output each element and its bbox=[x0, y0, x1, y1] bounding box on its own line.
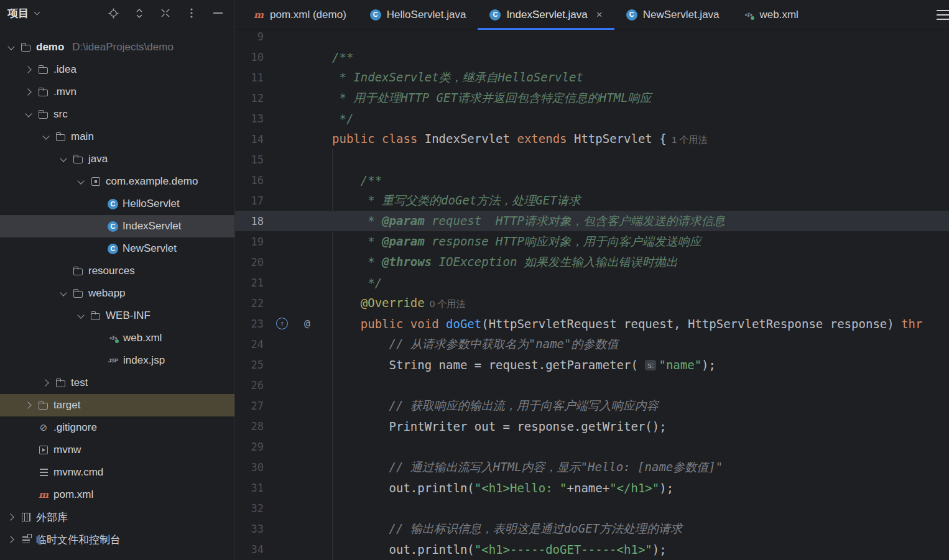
line-number[interactable]: 26 bbox=[235, 379, 264, 392]
tree-item-webapp[interactable]: webapp bbox=[0, 282, 234, 305]
tree-item-java[interactable]: java bbox=[0, 148, 234, 170]
line-number[interactable]: 19 bbox=[235, 236, 264, 248]
tab-web-xml[interactable]: web.xml bbox=[731, 0, 810, 29]
line-number[interactable]: 27 bbox=[235, 400, 264, 412]
line-number[interactable]: 10 bbox=[235, 51, 264, 63]
tree-item-web-inf[interactable]: WEB-INF bbox=[0, 305, 234, 327]
line-number[interactable]: 32 bbox=[235, 502, 264, 515]
tab-newservlet-java[interactable]: NewServlet.java bbox=[614, 0, 731, 29]
chevron-down-icon[interactable] bbox=[24, 109, 34, 119]
line-number[interactable]: 28 bbox=[235, 420, 264, 433]
project-panel-title[interactable]: 项目 bbox=[7, 6, 29, 21]
tree-item-web-xml[interactable]: web.xml bbox=[0, 327, 234, 349]
project-tree: demoD:\ideaProjects\demo.idea.mvnsrcmain… bbox=[0, 26, 234, 560]
tree-item-label: IndexServlet bbox=[123, 220, 182, 232]
close-icon[interactable]: × bbox=[596, 9, 603, 20]
code-line-33: 33 // 输出标识信息，表明这是通过doGET方法处理的请求 bbox=[235, 518, 949, 539]
code-line-21: 21 */ bbox=[235, 272, 949, 293]
hide-panel-icon[interactable] bbox=[212, 7, 223, 19]
code-text: */ bbox=[332, 112, 353, 126]
line-number[interactable]: 20 bbox=[235, 256, 264, 269]
line-number[interactable]: 29 bbox=[235, 441, 264, 453]
line-number[interactable]: 34 bbox=[235, 543, 264, 556]
code-line-13: 13 */ bbox=[235, 108, 949, 129]
annotation-icon[interactable]: @ bbox=[304, 318, 310, 329]
chevron-down-icon[interactable] bbox=[34, 9, 41, 17]
override-method-icon[interactable]: ↑ bbox=[276, 318, 288, 329]
line-number[interactable]: 18 bbox=[235, 215, 264, 227]
code-text: // 通过输出流写入HTML内容，显示"Hello: [name参数值]" bbox=[332, 459, 723, 475]
tab-indexservlet-java[interactable]: IndexServlet.java× bbox=[478, 0, 614, 29]
line-number[interactable]: 23 bbox=[235, 318, 264, 330]
tree-item-label: target bbox=[53, 399, 80, 411]
chevron-right-icon[interactable] bbox=[6, 535, 16, 544]
tree-item-idea[interactable]: .idea bbox=[0, 58, 234, 81]
line-number[interactable]: 14 bbox=[235, 133, 264, 145]
line-number[interactable]: 33 bbox=[235, 523, 264, 535]
tree-item-indexservlet[interactable]: IndexServlet bbox=[0, 215, 234, 237]
chevron-down-icon[interactable] bbox=[41, 132, 51, 142]
tab-pom-xml[interactable]: pom.xml (demo) bbox=[241, 0, 358, 29]
code-token: PrintWriter out = response.getWriter(); bbox=[332, 420, 667, 433]
line-number[interactable]: 12 bbox=[235, 92, 264, 104]
chevron-right-icon[interactable] bbox=[24, 87, 34, 97]
code-text: public void doGet(HttpServletRequest req… bbox=[332, 317, 922, 331]
jsp-icon bbox=[108, 355, 119, 366]
chevron-down-icon[interactable] bbox=[76, 177, 86, 186]
tree-item-external-libraries[interactable]: 外部库 bbox=[0, 506, 234, 528]
tree-item-main[interactable]: main bbox=[0, 126, 234, 148]
chevron-right-icon[interactable] bbox=[24, 65, 34, 75]
line-number[interactable]: 30 bbox=[235, 461, 264, 474]
code-text: * IndexServlet类，继承自HelloServlet bbox=[332, 70, 583, 86]
tree-item-mvnw-cmd[interactable]: mvnw.cmd bbox=[0, 461, 234, 484]
line-number[interactable]: 31 bbox=[235, 482, 264, 494]
locate-icon[interactable] bbox=[108, 7, 119, 19]
code-editor[interactable]: 910/**11 * IndexServlet类，继承自HelloServlet… bbox=[235, 30, 949, 560]
collapse-all-icon[interactable] bbox=[160, 7, 171, 19]
tree-item-demo[interactable]: demoD:\ideaProjects\demo bbox=[0, 36, 234, 58]
chevron-right-icon[interactable] bbox=[24, 400, 34, 410]
code-token: // 从请求参数中获取名为"name"的参数值 bbox=[332, 337, 618, 351]
code-line-18: 18 * @param request HTTP请求对象，包含客户端发送的请求信… bbox=[235, 211, 949, 231]
editor-menu-icon[interactable] bbox=[937, 10, 949, 20]
chevron-down-icon[interactable] bbox=[58, 288, 68, 298]
line-number[interactable]: 17 bbox=[235, 195, 264, 207]
expand-all-icon[interactable] bbox=[134, 7, 145, 19]
tree-item-gitignore[interactable]: .gitignore bbox=[0, 416, 234, 439]
line-number[interactable]: 22 bbox=[235, 297, 264, 310]
line-number[interactable]: 11 bbox=[235, 71, 264, 84]
more-icon[interactable] bbox=[186, 7, 197, 19]
tree-item-mvn[interactable]: .mvn bbox=[0, 81, 234, 103]
tree-item-resources[interactable]: resources bbox=[0, 260, 234, 282]
line-number[interactable]: 13 bbox=[235, 112, 264, 125]
chevron-down-icon[interactable] bbox=[6, 42, 16, 52]
tree-item-mvnw[interactable]: mvnw bbox=[0, 439, 234, 461]
chevron-down-icon[interactable] bbox=[76, 311, 86, 321]
tree-item-com-example-demo[interactable]: com.example.demo bbox=[0, 170, 234, 193]
tree-item-target[interactable]: target bbox=[0, 394, 234, 416]
line-number[interactable]: 25 bbox=[235, 359, 264, 371]
line-number[interactable]: 9 bbox=[235, 30, 264, 43]
tree-item-test[interactable]: test bbox=[0, 372, 234, 394]
chevron-right-icon[interactable] bbox=[41, 378, 51, 388]
line-number[interactable]: 16 bbox=[235, 174, 264, 186]
tree-item-index-jsp[interactable]: index.jsp bbox=[0, 349, 234, 372]
folder-icon bbox=[38, 400, 49, 411]
code-token: 1 个用法 bbox=[667, 134, 708, 145]
code-text: String name = request.getParameter( s:"n… bbox=[332, 358, 716, 372]
tab-helloservlet-java[interactable]: HelloServlet.java bbox=[358, 0, 478, 29]
tree-item-newservlet[interactable]: NewServlet bbox=[0, 237, 234, 260]
chevron-down-icon[interactable] bbox=[58, 154, 68, 164]
tree-item-label: com.example.demo bbox=[106, 175, 198, 188]
tree-item-label: resources bbox=[88, 265, 135, 277]
tree-item-pom-xml[interactable]: pom.xml bbox=[0, 484, 234, 506]
line-number[interactable]: 21 bbox=[235, 277, 264, 289]
tree-item-helloservlet[interactable]: HelloServlet bbox=[0, 193, 234, 215]
tree-item-src[interactable]: src bbox=[0, 103, 234, 126]
line-number[interactable]: 24 bbox=[235, 338, 264, 351]
tab-label: pom.xml (demo) bbox=[270, 9, 346, 21]
line-number[interactable]: 15 bbox=[235, 154, 264, 166]
folder-icon bbox=[21, 42, 32, 53]
tree-item-scratches-consoles[interactable]: 临时文件和控制台 bbox=[0, 528, 234, 551]
chevron-right-icon[interactable] bbox=[6, 512, 16, 522]
